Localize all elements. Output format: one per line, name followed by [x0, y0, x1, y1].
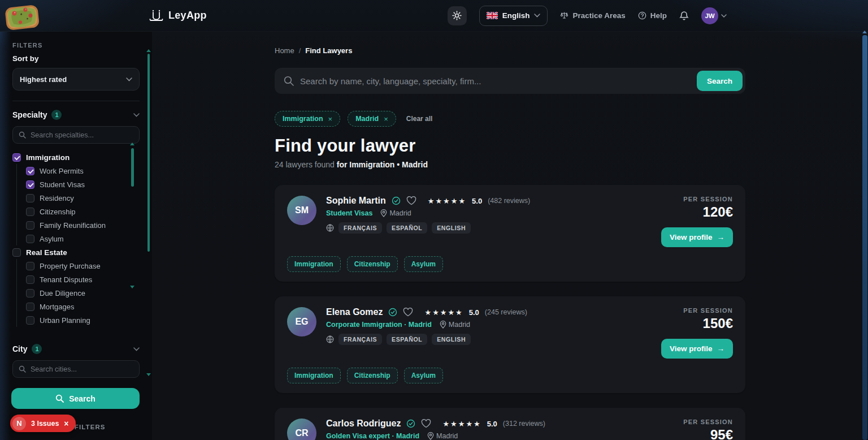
avatar: EG [287, 307, 316, 337]
language-selector[interactable]: English [479, 6, 548, 26]
theme-toggle-button[interactable] [448, 6, 467, 25]
lawyer-name[interactable]: Sophie Martin [326, 196, 386, 206]
checkbox-checked[interactable] [26, 180, 34, 189]
user-menu[interactable]: JW [701, 7, 727, 24]
lawyer-card: SM Sophie Martin ★★★★★ 5.0 [275, 185, 745, 282]
favorite-heart-icon[interactable] [421, 419, 431, 428]
checkbox-row-citizenship[interactable]: Citizenship [26, 205, 140, 218]
favorite-heart-icon[interactable] [406, 196, 416, 205]
lawyer-location: Madrid [427, 432, 458, 440]
checkbox-unchecked[interactable] [26, 235, 34, 243]
checkbox-checked[interactable] [26, 167, 34, 175]
sidebar-search-button[interactable]: Search [11, 388, 140, 409]
checkbox-label: Asylum [40, 235, 64, 243]
main-search-bar: Search [275, 68, 745, 94]
specialty-tag[interactable]: Citizenship [347, 368, 398, 383]
checkbox-row-property-purchase[interactable]: Property Purchase [26, 259, 140, 273]
lawyer-name[interactable]: Carlos Rodriguez [326, 419, 401, 429]
checkbox-row-mortgages[interactable]: Mortgages [26, 300, 140, 313]
scales-logo-icon [149, 8, 164, 23]
specialty-tag[interactable]: Asylum [404, 256, 443, 272]
checkbox-unchecked[interactable] [26, 275, 34, 284]
lawyer-card: CR Carlos Rodriguez ★★★★★ 5.0 [275, 408, 745, 440]
checkbox-row-family-reunification[interactable]: Family Reunification [26, 218, 140, 232]
checkbox-row-student-visas[interactable]: Student Visas [26, 178, 140, 191]
checkbox-unchecked[interactable] [26, 262, 34, 270]
sidebar-scroll-down-arrow[interactable] [146, 373, 151, 376]
dev-issues-badge[interactable]: N 3 Issues × [10, 415, 76, 432]
main-search-button[interactable]: Search [697, 71, 743, 91]
active-filters-row: Immigration × Madrid × Clear all [275, 111, 745, 127]
view-profile-button[interactable]: View profile → [661, 339, 733, 359]
checkbox-unchecked[interactable] [26, 194, 34, 202]
chevron-down-icon [534, 14, 540, 18]
checkbox-row-work-permits[interactable]: Work Permits [26, 164, 140, 178]
verified-badge-icon [406, 419, 415, 428]
checkbox-unchecked[interactable] [12, 248, 21, 257]
nav-practice-areas[interactable]: Practice Areas [560, 11, 625, 20]
favorite-heart-icon[interactable] [403, 308, 413, 317]
specialty-list-scrollbar-thumb[interactable] [131, 148, 134, 187]
main-search-input[interactable] [300, 76, 697, 86]
breadcrumb-home[interactable]: Home [275, 46, 294, 55]
checkbox-unchecked[interactable] [26, 221, 34, 230]
checkbox-row-due-diligence[interactable]: Due Diligence [26, 286, 140, 300]
search-icon [19, 365, 26, 373]
chevron-down-icon [133, 347, 140, 351]
sort-select-value: Highest rated [20, 75, 67, 84]
nav-help[interactable]: Help [638, 11, 667, 20]
checkbox-checked[interactable] [12, 153, 21, 162]
clear-all-link[interactable]: Clear all [406, 115, 433, 123]
specialty-list-scroll-down-arrow[interactable] [130, 286, 134, 288]
sidebar-scroll-up-arrow[interactable] [146, 49, 151, 52]
checkbox-label: Urban Planning [40, 316, 90, 325]
lawyer-name[interactable]: Elena Gomez [326, 307, 383, 317]
sidebar-scrollbar-thumb[interactable] [147, 54, 150, 252]
checkbox-label: Real Estate [26, 248, 67, 257]
language-label: English [502, 11, 530, 20]
specialty-list-scroll-up-arrow[interactable] [130, 143, 134, 145]
close-icon[interactable]: × [328, 115, 333, 123]
specialty-section-header[interactable]: Specialty 1 [12, 110, 140, 120]
chevron-down-icon [126, 77, 132, 81]
checkbox-unchecked[interactable] [26, 208, 34, 216]
top-navbar: LeyApp English [0, 0, 868, 32]
brand-logo[interactable]: LeyApp [149, 8, 207, 23]
city-search-input[interactable] [31, 365, 133, 373]
checkbox-row-real-estate[interactable]: Real Estate [12, 245, 140, 259]
checkbox-row-asylum[interactable]: Asylum [26, 232, 140, 245]
location-pin-icon [440, 321, 446, 329]
specialty-tag[interactable]: Citizenship [347, 256, 398, 272]
filter-chip-madrid[interactable]: Madrid × [348, 111, 396, 127]
chevron-down-icon [133, 113, 140, 117]
specialty-search[interactable] [12, 126, 140, 144]
help-label: Help [650, 11, 667, 20]
language-tag: FRANÇAIS [338, 334, 382, 345]
checkbox-row-residency[interactable]: Residency [26, 191, 140, 205]
location-pin-icon [380, 209, 387, 217]
view-profile-button[interactable]: View profile → [661, 227, 733, 247]
languages-row: FRANÇAIS ESPAÑOL ENGLISH [326, 222, 637, 234]
sort-select[interactable]: Highest rated [12, 68, 140, 90]
checkbox-unchecked[interactable] [26, 316, 34, 325]
close-icon[interactable]: × [64, 419, 68, 428]
checkbox-unchecked[interactable] [26, 303, 34, 311]
divider [12, 101, 140, 101]
user-avatar[interactable]: JW [701, 7, 718, 24]
checkbox-row-tenant-disputes[interactable]: Tenant Disputes [26, 273, 140, 286]
city-search[interactable] [12, 360, 140, 378]
page-scrollbar-thumb[interactable] [862, 35, 867, 440]
rating-value: 5.0 [469, 308, 479, 317]
page-scroll-up-arrow[interactable] [862, 31, 867, 33]
close-icon[interactable]: × [384, 115, 388, 123]
checkbox-row-urban-planning[interactable]: Urban Planning [26, 313, 140, 327]
notifications-bell-icon[interactable] [679, 11, 689, 21]
city-section-header[interactable]: City 1 [12, 344, 140, 354]
specialty-tag[interactable]: Asylum [404, 368, 443, 383]
checkbox-row-immigration[interactable]: Immigration [12, 150, 140, 164]
specialty-tag[interactable]: Immigration [287, 368, 341, 383]
checkbox-unchecked[interactable] [26, 289, 34, 297]
specialty-tag[interactable]: Immigration [287, 256, 341, 272]
specialty-search-input[interactable] [31, 131, 133, 139]
filter-chip-immigration[interactable]: Immigration × [275, 111, 340, 127]
